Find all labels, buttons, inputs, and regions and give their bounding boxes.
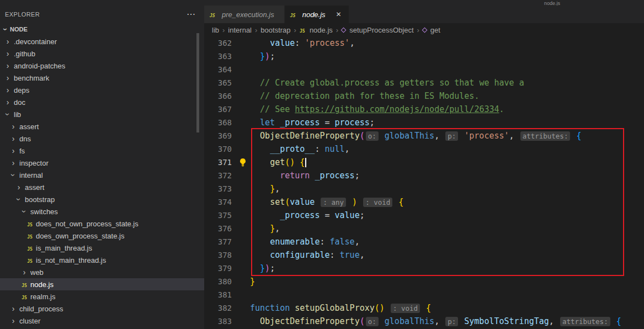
- code-line-374[interactable]: 374 set(value : any ) : void {: [204, 195, 644, 209]
- tree-file-node.js[interactable]: node.js: [0, 278, 204, 290]
- tree-folder-fs[interactable]: fs: [0, 145, 204, 157]
- breadcrumb-label: setupProcessObject: [349, 26, 413, 34]
- code-line-366[interactable]: 366 // deprecation path for these in ES …: [204, 89, 644, 103]
- tree-folder-lib[interactable]: lib: [0, 108, 204, 120]
- chevron-down-icon: [14, 195, 23, 204]
- tree-folder-internal[interactable]: internal: [0, 169, 204, 181]
- tree-folder-benchmark[interactable]: benchmark: [0, 72, 204, 84]
- code-line-383[interactable]: 383 ObjectDefineProperty(o: globalThis, …: [204, 315, 644, 328]
- tab-node.js[interactable]: node.js✕: [285, 6, 349, 23]
- chevron-right-icon: [336, 26, 338, 34]
- line-number: 381: [204, 290, 232, 299]
- tree-item-label: is_not_main_thread.js: [36, 256, 106, 264]
- tab-pre_execution.js[interactable]: pre_execution.js: [204, 6, 285, 23]
- tree-folder-.devcontainer[interactable]: .devcontainer: [0, 35, 204, 47]
- code-line-371[interactable]: 371 get() {: [204, 156, 644, 169]
- chevron-right-icon: [9, 158, 18, 167]
- code-line-364[interactable]: 364: [204, 63, 644, 76]
- code-line-380[interactable]: 380}: [204, 275, 644, 288]
- tree-item-label: realm.js: [30, 293, 56, 301]
- tree-folder-bootstrap[interactable]: bootstrap: [0, 193, 204, 205]
- breadcrumb-label: get: [430, 26, 440, 34]
- lightbulb-icon[interactable]: [238, 158, 247, 167]
- tree-item-label: inspector: [19, 159, 49, 167]
- sidebar-scrollbar[interactable]: [196, 33, 199, 132]
- code-line-370[interactable]: 370 __proto__: null,: [204, 142, 644, 156]
- tree-file-is_not_main_thread.js[interactable]: is_not_main_thread.js: [0, 254, 204, 266]
- js-file-icon: [25, 256, 34, 264]
- code-line-362[interactable]: 362 value: 'process',: [204, 36, 644, 50]
- code-line-381[interactable]: 381: [204, 288, 644, 301]
- code-text: value: 'process',: [250, 38, 355, 48]
- close-icon[interactable]: ✕: [334, 10, 343, 18]
- chevron-right-icon: [14, 183, 23, 192]
- tree-folder-assert[interactable]: assert: [0, 181, 204, 193]
- line-number: 378: [204, 251, 232, 259]
- code-line-379[interactable]: 379 });: [204, 262, 644, 275]
- tree-folder-child_process[interactable]: child_process: [0, 303, 204, 315]
- code-line-367[interactable]: 367 // See https://github.com/nodejs/nod…: [204, 103, 644, 116]
- tree-folder-cluster[interactable]: cluster: [0, 315, 204, 327]
- tree-folder-switches[interactable]: switches: [0, 205, 204, 217]
- js-file-icon: [25, 232, 34, 240]
- chevron-right-icon: [9, 304, 18, 313]
- tree-item-label: web: [30, 268, 44, 277]
- code-line-365[interactable]: 365 // Create global.process as getters …: [204, 76, 644, 89]
- explorer-sidebar: EXPLORER ⋯ NODE .devcontainer.githubandr…: [0, 6, 204, 329]
- code-line-376[interactable]: 376 },: [204, 222, 644, 235]
- line-number: 375: [204, 211, 232, 220]
- breadcrumb-item-setupProcessObject[interactable]: setupProcessObject: [342, 26, 413, 34]
- more-actions-icon[interactable]: ⋯: [187, 12, 195, 17]
- code-line-382[interactable]: 382function setupGlobalProxy() : void {: [204, 301, 644, 315]
- tree-item-label: cluster: [19, 317, 40, 325]
- code-line-377[interactable]: 377 enumerable: false,: [204, 235, 644, 248]
- code-text: enumerable: false,: [250, 237, 360, 247]
- tree-folder-assert[interactable]: assert: [0, 120, 204, 132]
- tree-file-does_not_own_process_state.js[interactable]: does_not_own_process_state.js: [0, 217, 204, 230]
- js-file-icon: [210, 10, 221, 19]
- section-header-node[interactable]: NODE: [0, 23, 204, 35]
- chevron-right-icon: [3, 61, 12, 70]
- tree-item-label: fs: [19, 147, 25, 155]
- code-line-375[interactable]: 375 _process = value;: [204, 209, 644, 222]
- code-line-369[interactable]: 369 ObjectDefineProperty(o: globalThis, …: [204, 129, 644, 142]
- code-line-372[interactable]: 372 return _process;: [204, 169, 644, 182]
- code-text: __proto__: null,: [250, 144, 350, 154]
- tree-folder-android-patches[interactable]: android-patches: [0, 60, 204, 72]
- line-number: 367: [204, 105, 232, 114]
- chevron-right-icon: [417, 26, 419, 34]
- chevron-right-icon: [3, 73, 12, 82]
- code-line-363[interactable]: 363 });: [204, 50, 644, 63]
- breadcrumb-item-lib[interactable]: lib: [212, 26, 219, 34]
- breadcrumb-item-internal[interactable]: internal: [228, 26, 252, 34]
- window-title: node.js: [544, 1, 560, 6]
- line-number: 362: [204, 39, 232, 47]
- tree-folder-.github[interactable]: .github: [0, 47, 204, 60]
- line-number: 380: [204, 277, 232, 286]
- file-tree: .devcontainer.githubandroid-patchesbench…: [0, 35, 204, 327]
- tree-file-does_own_process_state.js[interactable]: does_own_process_state.js: [0, 230, 204, 242]
- chevron-right-icon: [20, 268, 29, 277]
- tree-file-realm.js[interactable]: realm.js: [0, 290, 204, 303]
- code-line-378[interactable]: 378 configurable: true,: [204, 248, 644, 262]
- tree-folder-web[interactable]: web: [0, 266, 204, 278]
- code-text: configurable: true,: [250, 250, 365, 260]
- code-text: _process = value;: [250, 210, 365, 220]
- tree-folder-inspector[interactable]: inspector: [0, 157, 204, 169]
- code-line-368[interactable]: 368 let _process = process;: [204, 116, 644, 129]
- tree-item-label: child_process: [19, 305, 63, 313]
- code-text: function setupGlobalProxy() : void {: [250, 303, 431, 313]
- tree-file-is_main_thread.js[interactable]: is_main_thread.js: [0, 242, 204, 254]
- code-text: }: [250, 277, 255, 286]
- code-line-373[interactable]: 373 },: [204, 182, 644, 195]
- breadcrumb-item-get[interactable]: get: [423, 26, 440, 34]
- tree-folder-doc[interactable]: doc: [0, 96, 204, 108]
- tree-folder-dns[interactable]: dns: [0, 132, 204, 145]
- breadcrumb-item-node.js[interactable]: node.js: [300, 26, 333, 34]
- breadcrumb-item-bootstrap[interactable]: bootstrap: [260, 26, 290, 34]
- tree-folder-deps[interactable]: deps: [0, 84, 204, 96]
- code-text: // Create global.process as getters so t…: [250, 78, 524, 88]
- code-text: set(value : any ) : void {: [250, 197, 403, 207]
- line-number: 363: [204, 52, 232, 61]
- line-number: 369: [204, 131, 232, 140]
